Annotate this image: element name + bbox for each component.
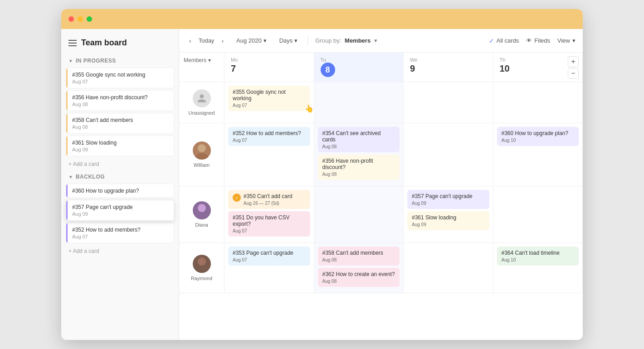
task-date: Aug 07 xyxy=(233,138,306,143)
close-dot[interactable] xyxy=(68,16,74,22)
day-header-tue: Tu 8 xyxy=(314,53,404,82)
in-progress-label: In Progress xyxy=(76,58,116,64)
day-cell xyxy=(493,186,583,242)
task-title: #350 Can't add card xyxy=(244,193,293,199)
members-filter[interactable]: Members ▾ xyxy=(179,53,224,68)
next-arrow[interactable]: › xyxy=(219,36,226,45)
task-card[interactable]: #353 Page can't upgrade Aug 07 xyxy=(228,247,310,266)
prev-arrow[interactable]: ‹ xyxy=(186,36,194,45)
card-title: #357 Page can't upgrade xyxy=(72,204,169,210)
task-title: #354 Can't see archived cards xyxy=(322,130,395,143)
chevron-down-icon: ▾ xyxy=(572,37,576,44)
maximize-dot[interactable] xyxy=(87,16,92,22)
task-card[interactable]: #354 Can't see archived cards Aug 08 xyxy=(318,127,400,152)
task-card[interactable]: #358 Can't add members Aug 08 xyxy=(318,247,400,266)
minimize-dot[interactable] xyxy=(78,16,83,22)
backlog-label: Backlog xyxy=(76,174,105,180)
list-item[interactable]: #356 Have non-profit discount? Aug 08 xyxy=(66,90,174,111)
task-card[interactable]: #364 Can't load timeline Aug 10 xyxy=(497,247,579,266)
day-header-thu: Th 10 + − xyxy=(493,53,583,82)
card-content: #355 Google sync not working Aug 07 xyxy=(68,68,174,88)
task-title: #353 Page can't upgrade xyxy=(233,250,306,256)
toolbar-right: ✓ All cards 👁 Fileds View ▾ xyxy=(489,37,576,44)
task-card[interactable]: #357 Page can't upgrade Aug 09 xyxy=(407,190,489,209)
day-cell: #352 How to add members? Aug 07 xyxy=(224,123,314,186)
day-cell: #357 Page can't upgrade Aug 09 #361 Slow… xyxy=(404,186,493,242)
day-cell: #355 Google sync not working Aug 07 xyxy=(224,82,314,123)
check-icon xyxy=(233,194,241,202)
task-title: #355 Google sync not working xyxy=(233,89,306,102)
task-card[interactable]: #355 Google sync not working Aug 07 xyxy=(228,86,310,111)
list-item[interactable]: #352 How to add members? Aug 07 xyxy=(66,223,174,243)
add-card-in-progress[interactable]: + Add a card xyxy=(61,157,179,171)
card-content: #356 Have non-profit discount? Aug 08 xyxy=(68,91,174,111)
section-in-progress[interactable]: ▼ In Progress xyxy=(61,55,179,67)
task-card[interactable]: #360 How to upgrade plan? Aug 10 xyxy=(497,127,579,146)
card-title: #358 Can't add members xyxy=(72,117,169,123)
list-item[interactable]: #358 Can't add members Aug 08 xyxy=(66,113,174,134)
date-range-selector[interactable]: Aug 2020 ▾ xyxy=(234,35,269,46)
task-date: Aug 08 xyxy=(322,172,395,177)
svg-point-5 xyxy=(195,267,208,273)
today-bubble: 8 xyxy=(321,63,335,77)
task-card[interactable]: #362 How to create an event? Aug 08 xyxy=(318,268,400,287)
member-cell-william: William xyxy=(179,123,224,186)
card-date: Aug 07 xyxy=(72,234,169,239)
calendar-row-unassigned: Unassigned #355 Google sync not working … xyxy=(179,82,583,123)
task-card[interactable]: #351 Do you have CSV export? Aug 07 xyxy=(228,211,310,237)
chevron-down-icon: ▼ xyxy=(68,58,73,63)
member-cell-unassigned: Unassigned xyxy=(179,82,224,123)
day-cell xyxy=(404,123,493,186)
view-label: View xyxy=(557,37,570,44)
list-item[interactable]: #360 How to upgrade plan? xyxy=(66,184,174,198)
list-item[interactable]: #355 Google sync not working Aug 07 xyxy=(66,68,174,88)
day-cell xyxy=(404,243,493,293)
day-number: 10 xyxy=(500,63,576,74)
task-title: #356 Have non-profit discount? xyxy=(322,158,395,170)
day-number: 7 xyxy=(231,63,307,74)
card-date: Aug 07 xyxy=(72,79,169,84)
title-bar xyxy=(61,9,583,29)
list-item[interactable]: #361 Slow loading Aug 09 xyxy=(66,136,174,156)
task-title: #360 How to upgrade plan? xyxy=(502,130,575,136)
view-button[interactable]: View ▾ xyxy=(557,37,576,44)
card-content: #357 Page can't upgrade Aug 09 xyxy=(68,200,174,220)
filed-button[interactable]: 👁 Fileds xyxy=(526,37,550,44)
add-card-backlog[interactable]: + Add a card xyxy=(61,244,179,258)
list-item[interactable]: #357 Page can't upgrade Aug 09 xyxy=(66,200,174,221)
menu-icon[interactable] xyxy=(68,40,77,46)
card-content: #361 Slow loading Aug 09 xyxy=(68,136,174,156)
task-card[interactable]: #352 How to add members? Aug 07 xyxy=(228,127,310,146)
task-date: Aug 09 xyxy=(412,201,485,206)
section-backlog[interactable]: ▼ Backlog xyxy=(61,171,179,183)
chevron-down-icon: ▼ xyxy=(68,174,73,179)
group-by-display: Group by: Members ▾ xyxy=(315,37,377,44)
granularity-selector[interactable]: Days ▾ xyxy=(277,35,301,46)
card-title: #352 How to add members? xyxy=(72,227,169,233)
chevron-down-icon[interactable]: ▾ xyxy=(374,37,377,44)
avatar-raymond xyxy=(193,255,211,273)
svg-point-1 xyxy=(195,153,208,160)
granularity-label: Days xyxy=(279,37,293,44)
sidebar: Team board ▼ In Progress #355 Google syn… xyxy=(61,29,179,340)
task-card[interactable]: #350 Can't add card Aug 26 — 27 (5d) xyxy=(228,190,310,209)
task-card[interactable]: #361 Slow loading Aug 09 xyxy=(407,211,489,230)
zoom-in-button[interactable]: + xyxy=(568,56,579,67)
zoom-out-button[interactable]: − xyxy=(568,68,579,79)
avatar-william xyxy=(193,141,211,160)
day-name: Mo xyxy=(231,57,307,63)
task-date: Aug 10 xyxy=(502,257,575,262)
member-name-william: William xyxy=(194,162,210,168)
card-date: Aug 09 xyxy=(72,147,169,152)
svg-point-0 xyxy=(198,144,206,152)
all-cards-label: All cards xyxy=(497,37,519,44)
check-icon: ✓ xyxy=(489,37,494,44)
all-cards-button[interactable]: ✓ All cards xyxy=(489,37,519,44)
card-content: #360 How to upgrade plan? xyxy=(68,184,174,198)
day-header-mon: Mo 7 xyxy=(224,53,314,82)
task-card[interactable]: #356 Have non-profit discount? Aug 08 xyxy=(318,155,400,180)
day-cell: #358 Can't add members Aug 08 #362 How t… xyxy=(314,243,404,293)
today-button[interactable]: Today xyxy=(196,35,217,46)
day-cell xyxy=(314,82,404,123)
avatar-unassigned xyxy=(193,89,211,107)
